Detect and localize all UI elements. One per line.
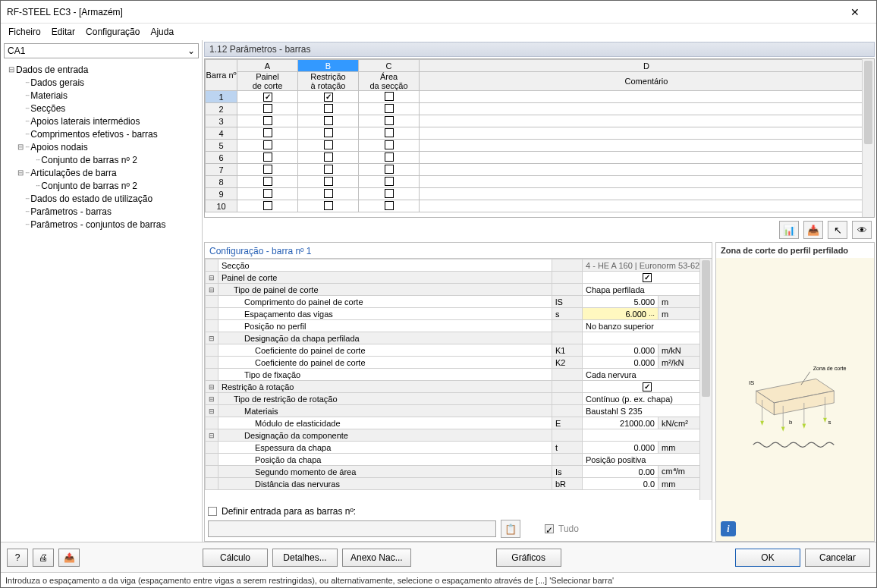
svg-marker-9 — [802, 423, 806, 428]
preview-panel: Zona de corte do perfil perfilado — [715, 242, 875, 542]
content: CA1 ⌄ ⊟Dados de entrada···Dados gerais··… — [1, 40, 876, 542]
svg-marker-10 — [823, 417, 827, 422]
main-grid-wrap: Barra nºABCDPainelde corteRestriçãoà rot… — [204, 58, 875, 218]
print-icon[interactable]: 🖨 — [33, 549, 54, 567]
tree-item[interactable]: ···Conjunto de barras nº 2 — [4, 179, 199, 192]
pick-icon[interactable]: ↖ — [828, 221, 847, 239]
cancel-button[interactable]: Cancelar — [805, 549, 870, 567]
grid-checkbox[interactable] — [263, 165, 272, 174]
grid-checkbox[interactable] — [385, 116, 394, 125]
pick-member-icon[interactable]: 📋 — [501, 520, 520, 538]
grid-checkbox[interactable] — [324, 153, 333, 162]
grid-checkbox[interactable] — [263, 128, 272, 137]
grid-checkbox[interactable] — [263, 116, 272, 125]
export-icon[interactable]: 📤 — [58, 549, 80, 567]
details-button[interactable]: Detalhes... — [272, 549, 338, 567]
case-combo[interactable]: CA1 ⌄ — [4, 43, 199, 58]
eye-icon[interactable]: 👁 — [852, 221, 872, 239]
tree-item[interactable]: ···Comprimentos efetivos - barras — [4, 127, 199, 140]
grid-checkbox[interactable] — [385, 104, 394, 113]
prop-checkbox[interactable] — [643, 273, 652, 282]
grid-checkbox[interactable] — [385, 92, 394, 101]
props-panel: Configuração - barra nº 1 Secção4 - HE A… — [204, 242, 712, 542]
grid-checkbox[interactable] — [324, 177, 333, 186]
define-checkbox[interactable] — [208, 507, 217, 516]
app-window: RF-STEEL EC3 - [Armazém] ✕ Ficheiro Edit… — [0, 0, 877, 588]
grid-checkbox[interactable] — [263, 177, 272, 186]
grid-checkbox[interactable] — [385, 189, 394, 198]
grid-checkbox[interactable] — [263, 104, 272, 113]
prop-checkbox[interactable] — [643, 382, 652, 391]
prop-value[interactable]: 0.0 — [583, 478, 659, 490]
close-icon[interactable]: ✕ — [840, 6, 870, 18]
define-input[interactable] — [208, 520, 496, 537]
prop-value[interactable]: 0.000 — [583, 344, 659, 357]
menu-edit[interactable]: Editar — [52, 27, 75, 37]
prop-value[interactable]: 5.000 — [583, 296, 659, 308]
grid-checkbox[interactable] — [324, 165, 333, 174]
props-grid-wrap: Secção4 - HE A 160 | Euronorm 53-62⊟Pain… — [205, 258, 712, 500]
grid-checkbox[interactable] — [385, 128, 394, 137]
tree-item[interactable]: ···Dados do estado de utilização — [4, 192, 199, 205]
preview-title: Zona de corte do perfil perfilado — [716, 243, 874, 258]
grid-checkbox[interactable] — [324, 189, 333, 198]
left-panel: CA1 ⌄ ⊟Dados de entrada···Dados gerais··… — [1, 40, 203, 542]
tree-item[interactable]: ···Conjunto de barras nº 2 — [4, 153, 199, 166]
menu-help[interactable]: Ajuda — [150, 27, 174, 37]
prop-value[interactable]: 0.000 — [583, 357, 659, 369]
prop-value[interactable]: 6.000 ⋯ — [583, 308, 659, 320]
props-grid[interactable]: Secção4 - HE A 160 | Euronorm 53-62⊟Pain… — [205, 259, 712, 490]
grid-checkbox[interactable] — [263, 93, 272, 102]
tree-item[interactable]: ···Apoios laterais intermédios — [4, 115, 199, 127]
grid-checkbox[interactable] — [263, 153, 272, 162]
preview-image: lS b s Zona de corte i — [716, 258, 874, 541]
titlebar: RF-STEEL EC3 - [Armazém] ✕ — [1, 1, 876, 24]
annex-button[interactable]: Anexo Nac... — [342, 549, 411, 567]
grid-checkbox[interactable] — [385, 140, 394, 149]
grid-checkbox[interactable] — [385, 153, 394, 162]
grid-checkbox[interactable] — [324, 201, 333, 210]
tree-item[interactable]: ···Parâmetros - barras — [4, 205, 199, 218]
section-header: 1.12 Parâmetros - barras — [204, 42, 875, 57]
menu-config[interactable]: Configuração — [86, 27, 140, 37]
section-title: 1.12 Parâmetros - barras — [209, 44, 310, 55]
grid-checkbox[interactable] — [324, 128, 333, 137]
excel-export-icon[interactable]: 📊 — [779, 221, 799, 239]
prop-value[interactable]: 21000.00 — [583, 417, 659, 429]
define-label: Definir entrada para as barras nº: — [222, 506, 356, 517]
prop-value[interactable]: 0.00 — [583, 466, 659, 478]
ok-button[interactable]: OK — [735, 549, 800, 567]
grid-checkbox[interactable] — [263, 140, 272, 149]
tree-item[interactable]: ⊟···Articulações de barra — [4, 166, 199, 179]
tudo-checkbox[interactable]: ✓ — [545, 524, 554, 533]
tree-root[interactable]: ⊟Dados de entrada — [4, 63, 199, 76]
info-icon[interactable]: i — [721, 521, 736, 536]
tudo-label: Tudo — [558, 524, 579, 534]
grid-checkbox[interactable] — [385, 201, 394, 210]
nav-tree[interactable]: ⊟Dados de entrada···Dados gerais···Mater… — [2, 60, 200, 540]
props-scrollbar[interactable] — [699, 259, 712, 500]
tree-item[interactable]: ⊟···Apoios nodais — [4, 140, 199, 153]
grid-scrollbar[interactable] — [862, 59, 874, 217]
tree-item[interactable]: ···Dados gerais — [4, 76, 199, 89]
grid-checkbox[interactable] — [385, 165, 394, 174]
tree-item[interactable]: ···Parâmetros - conjuntos de barras — [4, 218, 199, 231]
grid-checkbox[interactable] — [324, 116, 333, 125]
grid-checkbox[interactable] — [263, 189, 272, 198]
graphics-button[interactable]: Gráficos — [496, 549, 561, 567]
main-grid[interactable]: Barra nºABCDPainelde corteRestriçãoà rot… — [205, 59, 874, 212]
grid-checkbox[interactable] — [324, 93, 333, 102]
menu-file[interactable]: Ficheiro — [8, 27, 41, 37]
grid-checkbox[interactable] — [263, 201, 272, 210]
calc-button[interactable]: Cálculo — [203, 549, 268, 567]
grid-checkbox[interactable] — [324, 104, 333, 113]
case-combo-value: CA1 — [8, 46, 25, 56]
excel-import-icon[interactable]: 📥 — [803, 221, 823, 239]
prop-value[interactable]: 0.000 — [583, 442, 659, 454]
svg-text:Zona de corte: Zona de corte — [813, 365, 847, 371]
grid-checkbox[interactable] — [324, 140, 333, 149]
help-icon[interactable]: ? — [7, 549, 28, 567]
tree-item[interactable]: ···Materiais — [4, 89, 199, 102]
grid-checkbox[interactable] — [385, 177, 394, 186]
tree-item[interactable]: ···Secções — [4, 102, 199, 115]
